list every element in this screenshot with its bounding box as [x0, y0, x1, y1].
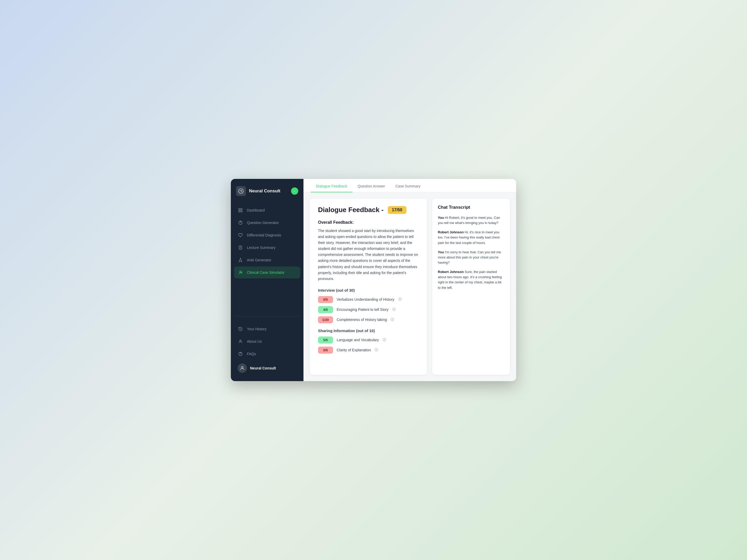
- chat-message: Robert Johnson Hi, it's nice to meet you…: [438, 230, 504, 245]
- help-icon[interactable]: ⓪: [392, 307, 396, 312]
- sidebar-item-question-generator[interactable]: Question Generator: [234, 217, 300, 229]
- score-label: Completeness of History taking: [337, 318, 387, 322]
- chat-message: Robert Johnson Sure, the pain started ab…: [438, 269, 504, 290]
- nav-item-label: Question Generator: [247, 221, 279, 225]
- sidebar-nav: Dashboard Question Generator Differentia…: [231, 202, 304, 314]
- sharing-section-title: Sharing Information (out of 10): [318, 328, 419, 333]
- feedback-title: Dialogue Feedback -: [318, 206, 384, 214]
- score-row: 1/20 Completeness of History taking ⓪: [318, 316, 419, 323]
- sidebar-item-about-us[interactable]: About Us: [234, 336, 300, 347]
- logo-icon: [236, 186, 246, 196]
- clinical-case-simulator-icon: [238, 270, 243, 275]
- app-container: Neural Consult ‹ Dashboard Question Gene…: [231, 179, 516, 381]
- question-generator-icon: [238, 220, 243, 225]
- sidebar-item-clinical-case-simulator[interactable]: Clinical Case Simulator: [234, 267, 300, 278]
- lecture-summary-icon: [238, 245, 243, 250]
- nav-item-label: About Us: [247, 339, 262, 344]
- svg-point-10: [240, 271, 241, 272]
- score-badge: 17/50: [388, 206, 407, 214]
- chat-title: Chat Transcript: [438, 205, 504, 210]
- sidebar-item-differential-diagnosis[interactable]: Differential Diagnosis: [234, 229, 300, 241]
- nav-item-label: Clinical Case Simulator: [247, 270, 285, 274]
- score-label: Verbalizes Understanding of History: [337, 297, 394, 301]
- sidebar-item-dashboard[interactable]: Dashboard: [234, 204, 300, 216]
- score-pill: 4/5: [318, 306, 333, 313]
- sidebar-item-lecture-summary[interactable]: Lecture Summary: [234, 242, 300, 254]
- score-row: 5/5 Language and Vocabulary ⓪: [318, 337, 419, 344]
- app-name: Neural Consult: [249, 188, 280, 194]
- score-row: 4/5 Encouraging Patient to tell Story ⓪: [318, 306, 419, 313]
- overall-feedback-title: Overall Feedback:: [318, 220, 419, 225]
- tabs-bar: Dialogue FeedbackQuestion AnswerCase Sum…: [304, 179, 516, 192]
- svg-marker-9: [239, 258, 242, 262]
- sidebar-item-faqs[interactable]: FAQs: [234, 348, 300, 360]
- chat-messages: You Hi Robert, it's good to meet you. Ca…: [438, 215, 504, 290]
- sidebar-logo: Neural Consult: [236, 186, 280, 196]
- svg-rect-1: [241, 209, 242, 210]
- help-icon[interactable]: ⓪: [375, 348, 378, 352]
- user-profile[interactable]: Neural Consult: [234, 361, 300, 376]
- feedback-title-row: Dialogue Feedback - 17/50: [318, 206, 419, 214]
- svg-rect-0: [239, 209, 240, 210]
- sharing-items: 5/5 Language and Vocabulary ⓪ 0/5 Clarit…: [318, 337, 419, 354]
- score-label: Clarity of Explanation: [337, 348, 371, 352]
- collapse-button[interactable]: ‹: [291, 187, 298, 195]
- faqs-icon: [238, 351, 243, 357]
- dashboard-icon: [238, 207, 243, 213]
- score-pill: 0/5: [318, 347, 333, 354]
- tab-case-summary[interactable]: Case Summary: [390, 180, 426, 192]
- content-area: Dialogue Feedback - 17/50 Overall Feedba…: [304, 192, 516, 381]
- chat-sender: Robert Johnson: [438, 230, 464, 234]
- svg-rect-2: [239, 211, 240, 212]
- anki-generator-icon: [238, 257, 243, 263]
- nav-item-label: Anki Generator: [247, 258, 271, 262]
- sidebar-item-anki-generator[interactable]: Anki Generator: [234, 254, 300, 266]
- your-history-icon: [238, 326, 243, 332]
- nav-item-label: Differential Diagnosis: [247, 233, 281, 237]
- score-pill: 0/5: [318, 296, 333, 303]
- chat-message: You I'm sorry to hear that. Can you tell…: [438, 250, 504, 265]
- tab-question-answer[interactable]: Question Answer: [353, 180, 390, 192]
- nav-item-label: FAQs: [247, 352, 256, 356]
- interview-section-title: Interview (out of 30): [318, 288, 419, 292]
- chat-sender: Robert Johnson: [438, 270, 464, 274]
- sidebar-divider: [234, 316, 300, 316]
- user-name: Neural Consult: [250, 366, 276, 370]
- score-label: Encouraging Patient to tell Story: [337, 308, 389, 312]
- chat-panel: Chat Transcript You Hi Robert, it's good…: [432, 198, 510, 375]
- score-pill: 5/5: [318, 337, 333, 344]
- about-us-icon: [238, 339, 243, 344]
- svg-point-11: [240, 340, 241, 342]
- help-icon[interactable]: ⓪: [391, 317, 394, 322]
- chat-message: You Hi Robert, it's good to meet you. Ca…: [438, 215, 504, 225]
- main-content: Dialogue FeedbackQuestion AnswerCase Sum…: [304, 179, 516, 381]
- score-row: 0/5 Verbalizes Understanding of History …: [318, 296, 419, 303]
- help-icon[interactable]: ⓪: [383, 338, 386, 342]
- nav-item-label: Dashboard: [247, 208, 265, 212]
- sidebar-bottom: Your History About Us FAQs Neural Consul…: [231, 319, 304, 381]
- score-pill: 1/20: [318, 316, 333, 323]
- svg-rect-3: [241, 211, 242, 212]
- help-icon[interactable]: ⓪: [398, 297, 402, 302]
- sidebar-header: Neural Consult ‹: [231, 179, 304, 202]
- nav-item-label: Lecture Summary: [247, 245, 276, 250]
- chat-sender: You: [438, 250, 444, 254]
- sidebar-item-your-history[interactable]: Your History: [234, 323, 300, 335]
- feedback-panel: Dialogue Feedback - 17/50 Overall Feedba…: [310, 198, 427, 375]
- interview-items: 0/5 Verbalizes Understanding of History …: [318, 296, 419, 323]
- user-avatar: [238, 364, 247, 373]
- score-row: 0/5 Clarity of Explanation ⓪: [318, 347, 419, 354]
- chat-sender: You: [438, 216, 444, 220]
- tab-dialogue-feedback[interactable]: Dialogue Feedback: [311, 180, 353, 192]
- nav-item-label: Your History: [247, 327, 267, 331]
- score-label: Language and Vocabulary: [337, 338, 379, 342]
- differential-diagnosis-icon: [238, 232, 243, 238]
- sidebar: Neural Consult ‹ Dashboard Question Gene…: [231, 179, 304, 381]
- svg-point-13: [241, 366, 243, 368]
- overall-feedback-body: The student showed a good start by intro…: [318, 228, 419, 282]
